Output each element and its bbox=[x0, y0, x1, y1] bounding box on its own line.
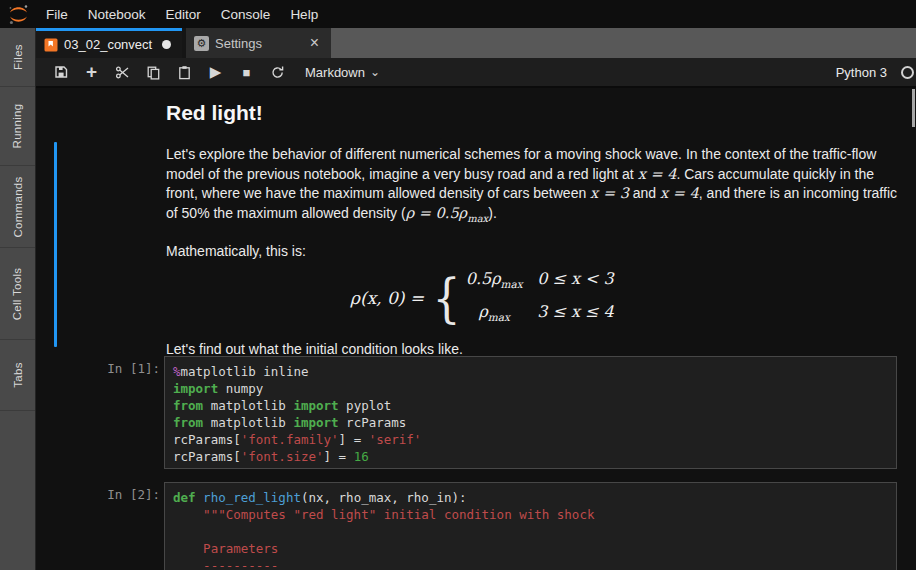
code-cell-2[interactable]: def rho_red_light(nx, rho_max, rho_in): … bbox=[164, 482, 897, 570]
selected-cell-indicator bbox=[54, 142, 57, 347]
kernel-name[interactable]: Python 3 bbox=[836, 65, 887, 80]
chevron-down-icon: ⌄ bbox=[370, 65, 380, 79]
equation-row: ρmax 3 ≤ x ≤ 4 bbox=[465, 302, 614, 328]
plus-icon: + bbox=[86, 61, 97, 83]
tab-label: Settings bbox=[215, 36, 262, 51]
run-icon: ▶ bbox=[210, 63, 222, 81]
run-cell-button[interactable]: ▶ bbox=[200, 58, 231, 86]
clipboard-icon bbox=[177, 65, 192, 80]
markdown-heading: Red light! bbox=[166, 101, 263, 125]
scrollbar-thumb[interactable] bbox=[912, 89, 915, 127]
markdown-cell[interactable]: Let's explore the behavior of different … bbox=[166, 145, 902, 359]
save-icon bbox=[54, 65, 68, 79]
save-button[interactable] bbox=[45, 58, 76, 86]
unsaved-changes-dot-icon bbox=[162, 40, 171, 49]
cell-prompt: In [1]: bbox=[36, 361, 160, 376]
equation-lhs: ρ(x, 0) = bbox=[350, 289, 424, 309]
menu-item-console[interactable]: Console bbox=[211, 7, 281, 22]
equation-cases: 0.5ρmax 0 ≤ x < 3 ρmax 3 ≤ x ≤ 4 bbox=[465, 269, 614, 327]
sidebar-item-label: Commands bbox=[12, 176, 24, 237]
math-equation: ρ(x, 0) = { 0.5ρmax 0 ≤ x < 3 ρmax 3 ≤ x… bbox=[350, 269, 902, 327]
sidebar-item-tabs[interactable]: Tabs bbox=[0, 340, 35, 411]
close-tab-icon[interactable]: × bbox=[306, 35, 323, 51]
toolbar-right: Python 3 bbox=[836, 65, 916, 80]
notebook-panel: Red light! Let's explore the behavior of… bbox=[36, 88, 916, 570]
cell-prompt: In [2]: bbox=[36, 487, 160, 502]
tab-settings[interactable]: ⚙ Settings × bbox=[186, 28, 331, 58]
sidebar-item-label: Running bbox=[12, 104, 24, 149]
notebook-icon bbox=[44, 38, 58, 52]
restart-kernel-button[interactable] bbox=[262, 58, 293, 86]
menu-item-notebook[interactable]: Notebook bbox=[78, 7, 156, 22]
paste-cell-button[interactable] bbox=[169, 58, 200, 86]
equation-brace: { bbox=[433, 275, 461, 322]
sidebar-item-cell-tools[interactable]: Cell Tools bbox=[0, 248, 35, 340]
menu-bar: File Notebook Editor Console Help bbox=[0, 0, 916, 28]
markdown-paragraph: Let's explore the behavior of different … bbox=[166, 145, 902, 228]
copy-cell-button[interactable] bbox=[138, 58, 169, 86]
sidebar-item-label: Files bbox=[12, 44, 24, 70]
tab-label: 03_02_convect bbox=[64, 37, 152, 52]
menu-item-file[interactable]: File bbox=[36, 7, 78, 22]
left-sidebar: Files Running Commands Cell Tools Tabs bbox=[0, 28, 36, 570]
add-cell-button[interactable]: + bbox=[76, 58, 107, 86]
copy-icon bbox=[146, 65, 161, 80]
jupyter-logo-icon bbox=[0, 3, 36, 26]
tab-notebook-03-02-convect[interactable]: 03_02_convect bbox=[36, 28, 182, 58]
cell-type-dropdown[interactable]: Markdown ⌄ bbox=[305, 65, 380, 80]
sidebar-item-label: Cell Tools bbox=[12, 267, 24, 320]
kernel-status-icon bbox=[901, 66, 914, 79]
cut-cell-button[interactable] bbox=[107, 58, 138, 86]
tab-bar: 03_02_convect ⚙ Settings × bbox=[36, 28, 916, 58]
cell-type-value: Markdown bbox=[305, 65, 365, 80]
stop-kernel-button[interactable]: ■ bbox=[231, 58, 262, 86]
menu-item-editor[interactable]: Editor bbox=[156, 7, 211, 22]
sidebar-item-files[interactable]: Files bbox=[0, 28, 35, 87]
gear-icon: ⚙ bbox=[194, 36, 209, 51]
code-cell-1[interactable]: %matplotlib inlineimport numpyfrom matpl… bbox=[164, 356, 897, 469]
scissors-icon bbox=[115, 65, 130, 80]
equation-row: 0.5ρmax 0 ≤ x < 3 bbox=[465, 269, 614, 295]
sidebar-item-commands[interactable]: Commands bbox=[0, 166, 35, 248]
menu-item-help[interactable]: Help bbox=[280, 7, 328, 22]
restart-icon bbox=[270, 65, 285, 80]
stop-icon: ■ bbox=[243, 65, 251, 80]
markdown-paragraph: Mathematically, this is: bbox=[166, 242, 902, 262]
tabbar-empty-area bbox=[331, 28, 916, 58]
sidebar-item-running[interactable]: Running bbox=[0, 87, 35, 166]
sidebar-item-label: Tabs bbox=[12, 362, 24, 388]
notebook-toolbar: + ▶ ■ Markdown ⌄ Python 3 bbox=[36, 58, 916, 88]
